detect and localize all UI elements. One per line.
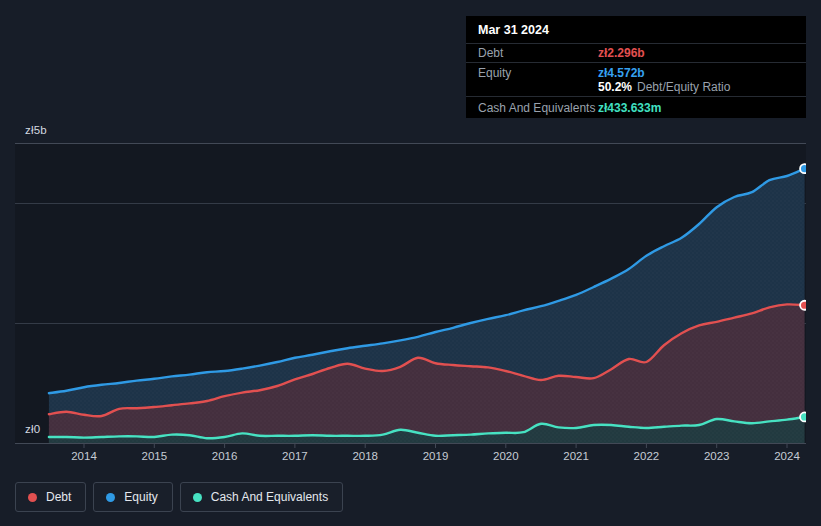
tooltip-debt-label: Debt xyxy=(478,46,598,60)
legend-equity-label: Equity xyxy=(124,490,157,504)
tooltip-equity-row: Equity zł4.572b xyxy=(466,63,806,81)
x-axis-label-2024: 2024 xyxy=(774,450,800,462)
tooltip-cash-row: Cash And Equivalents zł433.633m xyxy=(466,97,806,118)
x-axis-label-2021: 2021 xyxy=(563,450,589,462)
debt-dot-icon xyxy=(28,493,37,502)
tooltip-equity-value: zł4.572b xyxy=(598,66,645,80)
legend-item-equity[interactable]: Equity xyxy=(93,482,172,512)
y-axis-label-max: zł5b xyxy=(25,124,47,136)
x-axis-label-2015: 2015 xyxy=(142,450,168,462)
x-axis-label-2018: 2018 xyxy=(352,450,378,462)
tooltip-debt-row: Debt zł2.296b xyxy=(466,44,806,63)
legend-item-cash[interactable]: Cash And Equivalents xyxy=(180,482,343,512)
x-axis-label-2014: 2014 xyxy=(71,450,97,462)
chart-legend: Debt Equity Cash And Equivalents xyxy=(15,482,343,512)
x-axis-label-2016: 2016 xyxy=(212,450,238,462)
tooltip-cash-value: zł433.633m xyxy=(598,101,661,115)
legend-item-debt[interactable]: Debt xyxy=(15,482,86,512)
y-axis-label-zero: zł0 xyxy=(25,423,40,435)
x-axis-label-2023: 2023 xyxy=(704,450,730,462)
tooltip-equity-label: Equity xyxy=(478,66,598,80)
tooltip-ratio-value: 50.2% xyxy=(598,80,632,94)
equity-endpoint-marker[interactable] xyxy=(800,164,809,173)
tooltip-cash-label: Cash And Equivalents xyxy=(478,101,598,115)
x-axis-label-2019: 2019 xyxy=(423,450,449,462)
chart-tooltip: Mar 31 2024 Debt zł2.296b Equity zł4.572… xyxy=(466,16,806,118)
tooltip-ratio-label: Debt/Equity Ratio xyxy=(637,80,730,94)
tooltip-debt-value: zł2.296b xyxy=(598,46,645,60)
tooltip-date: Mar 31 2024 xyxy=(466,16,806,44)
tooltip-ratio-row: 50.2%Debt/Equity Ratio xyxy=(466,81,806,97)
x-axis-label-2020: 2020 xyxy=(493,450,519,462)
debt-endpoint-marker[interactable] xyxy=(800,301,809,310)
x-axis-label-2022: 2022 xyxy=(634,450,660,462)
equity-dot-icon xyxy=(106,493,115,502)
debt-equity-history-panel: 2014201520162017201820192020202120222023… xyxy=(0,0,821,526)
cash-dot-icon xyxy=(193,493,202,502)
legend-debt-label: Debt xyxy=(46,490,71,504)
cash-endpoint-marker[interactable] xyxy=(800,412,809,421)
legend-cash-label: Cash And Equivalents xyxy=(211,490,328,504)
x-axis-label-2017: 2017 xyxy=(282,450,308,462)
